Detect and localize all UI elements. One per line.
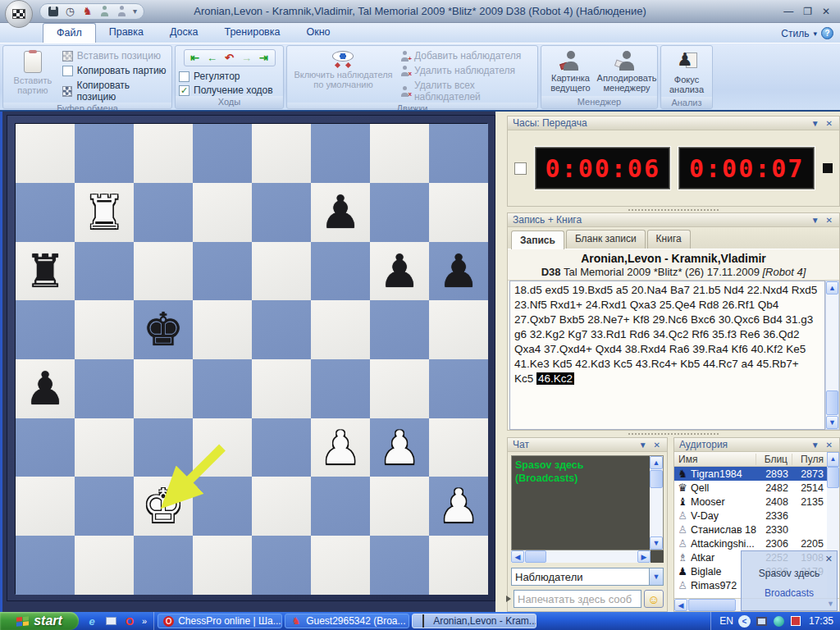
scroll-down-icon[interactable]: ▼ <box>826 416 838 429</box>
square-h8[interactable] <box>429 124 488 183</box>
square-b5[interactable] <box>75 300 134 359</box>
square-g5[interactable] <box>370 300 429 359</box>
task-button[interactable]: OChessPro online | Ша... <box>158 614 282 628</box>
paste-game-button[interactable]: Вставить партию <box>7 48 59 98</box>
moves-scrollbar[interactable]: ▲ ▼ <box>825 281 839 430</box>
audience-row[interactable]: ♝Mooser24082135 <box>674 495 827 509</box>
scroll-thumb[interactable] <box>827 467 839 488</box>
square-e8[interactable] <box>252 124 311 183</box>
square-g6[interactable]: ♟ <box>370 242 429 301</box>
minimize-button[interactable]: — <box>783 6 793 17</box>
engine-icon[interactable] <box>98 5 111 17</box>
square-h3[interactable] <box>429 418 488 477</box>
square-f2[interactable] <box>311 477 370 536</box>
square-h5[interactable] <box>429 300 488 359</box>
chat-input[interactable] <box>514 590 641 608</box>
square-d4[interactable] <box>193 359 252 418</box>
receive-moves-checkbox[interactable]: ✓ <box>179 85 189 96</box>
recipient-dropdown[interactable]: Наблюдатели ▼ <box>511 568 664 586</box>
display-icon[interactable] <box>756 615 768 628</box>
square-c6[interactable] <box>134 242 193 301</box>
square-c4[interactable] <box>134 359 193 418</box>
tray-chevron-icon[interactable]: < <box>738 615 751 628</box>
scroll-up-icon[interactable]: ▲ <box>827 452 839 467</box>
square-d6[interactable] <box>193 242 252 301</box>
close-icon[interactable]: ✕ <box>823 216 836 225</box>
clock-checkbox[interactable] <box>514 162 527 175</box>
audience-row[interactable]: ♙V-Day2336 <box>674 509 827 523</box>
close-icon[interactable]: ✕ <box>825 554 833 564</box>
scroll-down-icon[interactable]: ▼ <box>650 536 663 550</box>
app-menu-button[interactable] <box>5 0 33 28</box>
square-f6[interactable] <box>311 242 370 301</box>
scroll-right-icon[interactable]: ▶ <box>637 550 651 563</box>
task-button[interactable]: Aronian,Levon - Kram... <box>412 614 536 628</box>
next-move-icon[interactable]: → <box>240 52 254 64</box>
square-c3[interactable] <box>134 418 193 477</box>
send-arrow-icon[interactable] <box>506 596 511 602</box>
save-icon[interactable] <box>47 5 59 17</box>
square-f1[interactable] <box>311 536 370 595</box>
square-g3[interactable]: ♟ <box>370 418 429 477</box>
collapse-icon[interactable]: ▼ <box>808 441 823 450</box>
collapse-icon[interactable]: ▼ <box>808 119 823 128</box>
current-move[interactable]: 46.Kc2 <box>536 372 574 385</box>
square-c1[interactable] <box>134 536 193 595</box>
audience-row[interactable]: ♞Tigran198428932873 <box>674 467 827 481</box>
scroll-up-icon[interactable]: ▲ <box>826 281 838 294</box>
square-f4[interactable] <box>311 359 370 418</box>
add-observer-item[interactable]: +Добавить наблюдателя <box>399 50 534 62</box>
square-d1[interactable] <box>193 536 252 595</box>
undo-icon[interactable]: ↶ <box>222 52 237 64</box>
square-a1[interactable] <box>16 536 75 595</box>
square-c8[interactable] <box>134 124 193 183</box>
record-tab-Книга[interactable]: Книга <box>647 230 691 249</box>
start-button[interactable]: start <box>0 612 79 630</box>
chat-hscrollbar[interactable]: ◀ ▶ <box>511 550 664 563</box>
square-g4[interactable] <box>370 359 429 418</box>
clock-icon[interactable]: ◷ <box>64 5 76 17</box>
square-e2[interactable] <box>252 477 311 536</box>
square-e4[interactable] <box>252 359 311 418</box>
copy-game-item[interactable]: Копировать партию <box>62 65 168 76</box>
style-dropdown-icon[interactable]: ▾ <box>813 30 817 38</box>
column-blitz[interactable]: Блиц <box>756 454 792 465</box>
square-e5[interactable] <box>252 300 311 359</box>
square-b2[interactable] <box>75 477 134 536</box>
first-move-icon[interactable]: ⇤ <box>188 52 203 64</box>
square-h2[interactable]: ♟ <box>429 477 488 536</box>
tab-Тренировка[interactable]: Тренировка <box>211 23 293 43</box>
smiley-button[interactable]: ☺ <box>644 590 664 608</box>
square-e1[interactable] <box>252 536 311 595</box>
close-icon[interactable]: ✕ <box>823 119 836 128</box>
square-g7[interactable] <box>370 183 429 242</box>
square-a3[interactable] <box>16 418 75 477</box>
collapse-icon[interactable]: ▼ <box>636 441 651 450</box>
square-a8[interactable] <box>16 124 75 183</box>
square-c7[interactable] <box>134 183 193 242</box>
regulator-checkbox[interactable] <box>179 71 189 82</box>
scroll-thumb[interactable] <box>688 599 736 611</box>
square-h6[interactable]: ♟ <box>429 242 488 301</box>
restore-button[interactable]: ❐ <box>803 6 812 17</box>
scroll-up-icon[interactable]: ▲ <box>650 456 663 469</box>
regulator-item[interactable]: Регулятор <box>179 71 280 82</box>
audience-row[interactable]: ♙Attackingshi...23062205 <box>674 536 827 550</box>
copy-game-checkbox[interactable] <box>62 66 73 76</box>
square-a5[interactable] <box>16 300 75 359</box>
square-d3[interactable] <box>193 418 252 477</box>
square-h4[interactable] <box>429 359 488 418</box>
tab-Правка[interactable]: Правка <box>96 23 157 43</box>
scroll-thumb[interactable] <box>525 550 546 563</box>
move-list[interactable]: 18.d5 exd5 19.Bxd5 a5 20.Na4 Ba7 21.b5 N… <box>509 281 825 430</box>
square-d7[interactable] <box>193 183 252 242</box>
overflow-chevron-icon[interactable]: » <box>142 616 147 626</box>
audience-row[interactable]: ♛Qell24822514 <box>674 481 827 495</box>
chevron-down-icon[interactable]: ▼ <box>827 600 834 608</box>
analysis-focus-button[interactable]: ♟ Фокус анализа <box>664 48 709 97</box>
chat-scrollbar[interactable]: ▲ ▼ <box>650 456 663 550</box>
square-c2[interactable]: ♚ <box>134 477 193 536</box>
last-move-icon[interactable]: ⇥ <box>257 52 272 64</box>
panel-splitter[interactable] <box>507 431 840 436</box>
opera-icon[interactable]: O <box>123 614 136 628</box>
